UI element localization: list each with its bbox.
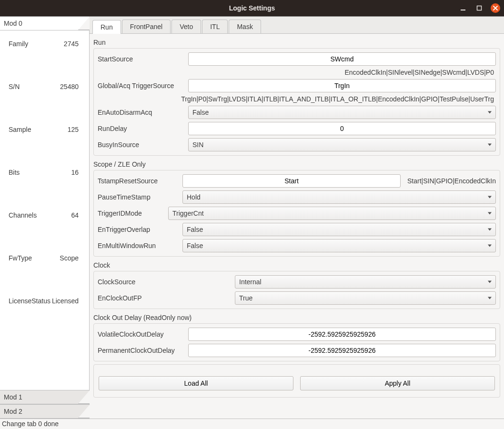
chevron-down-icon — [488, 229, 492, 231]
select-trigger-id-mode[interactable]: TriggerCnt — [168, 207, 496, 220]
row-tstamp-reset: TstampResetSource Start|SIN|GPIO|Encoded… — [98, 174, 496, 188]
tab-itl[interactable]: ITL — [202, 20, 228, 33]
maximize-icon — [476, 5, 482, 11]
tab-veto[interactable]: Veto — [171, 20, 201, 33]
apply-all-button[interactable]: Apply All — [300, 376, 495, 390]
select-value: True — [239, 294, 252, 302]
chevron-down-icon — [488, 111, 492, 114]
chevron-down-icon — [488, 196, 492, 199]
minimize-button[interactable] — [458, 3, 468, 13]
info-row-sample: Sample 125 — [2, 126, 87, 133]
info-label: Bits — [9, 169, 20, 176]
select-en-auto-disarm[interactable]: False — [188, 106, 496, 119]
input-permanent-clock-out[interactable] — [188, 344, 496, 357]
select-busy-in-source[interactable]: SIN — [188, 138, 496, 151]
group-run: StartSource EncodedClkIn|SINlevel|SINedg… — [93, 48, 500, 156]
row-busy-in-source: BusyInSource SIN — [98, 138, 496, 151]
label-start-source: StartSource — [98, 55, 184, 63]
module-info: Family 2745 S/N 25480 Sample 125 Bits 16… — [0, 30, 89, 390]
module-tab-mod1[interactable]: Mod 1 — [0, 390, 89, 404]
row-pause-timestamp: PauseTimeStamp Hold — [98, 190, 496, 204]
row-clock-source: ClockSource Internal — [98, 275, 496, 289]
info-row-channels: Channels 64 — [2, 211, 87, 219]
hint-global-trigger: TrgIn|P0|SwTrg|LVDS|ITLA|ITLB|ITLA_AND_I… — [98, 95, 496, 103]
row-en-trigger-overlap: EnTriggerOverlap False — [98, 223, 496, 236]
label-tstamp-reset: TstampResetSource — [98, 177, 179, 185]
chevron-down-icon — [488, 281, 492, 283]
info-label: FwType — [9, 254, 32, 262]
info-value: 16 — [71, 169, 79, 176]
input-global-trigger[interactable] — [188, 79, 496, 92]
section-title-scope: Scope / ZLE Only — [93, 159, 500, 170]
svg-rect-1 — [477, 6, 482, 10]
row-en-multi-window: EnMultiWindowRun False — [98, 239, 496, 252]
select-en-multi-window[interactable]: False — [182, 239, 496, 252]
module-tab-mod2[interactable]: Mod 2 — [0, 404, 89, 419]
row-volatile-clock-out: VolatileClockOutDelay — [98, 328, 496, 341]
info-row-family: Family 2745 — [2, 40, 87, 48]
info-row-license: LicenseStatus Licensed — [2, 297, 87, 305]
info-label: LicenseStatus — [9, 297, 50, 305]
chevron-down-icon — [488, 212, 492, 215]
group-scope: TstampResetSource Start|SIN|GPIO|Encoded… — [93, 170, 500, 257]
label-en-clock-out-fp: EnClockOutFP — [98, 294, 231, 302]
maximize-button[interactable] — [474, 3, 484, 13]
row-global-trigger: Global/Acq TriggerSource — [98, 79, 496, 92]
load-all-button[interactable]: Load All — [99, 376, 293, 390]
chevron-down-icon — [488, 245, 492, 247]
section-title-run: Run — [93, 37, 500, 48]
close-button[interactable] — [491, 3, 500, 13]
settings-panel: Run FrontPanel Veto ITL Mask Run StartSo… — [90, 17, 504, 419]
select-pause-timestamp[interactable]: Hold — [182, 190, 496, 204]
module-tab-label: Mod 2 — [4, 408, 22, 415]
label-en-auto-disarm: EnAutoDisarmAcq — [98, 109, 184, 116]
close-icon — [493, 5, 498, 11]
tab-run[interactable]: Run — [92, 20, 121, 34]
label-busy-in-source: BusyInSource — [98, 141, 184, 149]
row-en-clock-out-fp: EnClockOutFP True — [98, 291, 496, 305]
svg-rect-0 — [461, 10, 465, 10]
select-value: False — [187, 226, 203, 233]
settings-content: Run StartSource EncodedClkIn|SINlevel|SI… — [90, 34, 504, 419]
label-trigger-id-mode: TriggerIDMode — [98, 210, 164, 217]
select-en-clock-out-fp[interactable]: True — [235, 291, 496, 305]
info-value: Scope — [60, 254, 79, 262]
input-start-source[interactable] — [188, 52, 496, 66]
info-row-bits: Bits 16 — [2, 169, 87, 176]
label-global-trigger: Global/Acq TriggerSource — [98, 82, 184, 90]
info-row-sn: S/N 25480 — [2, 83, 87, 90]
input-tstamp-reset[interactable] — [182, 174, 401, 188]
info-value: 2745 — [64, 40, 79, 48]
info-value: Licensed — [52, 297, 79, 305]
label-permanent-clock-out: PermanentClockOutDelay — [98, 347, 184, 354]
label-en-multi-window: EnMultiWindowRun — [98, 242, 179, 249]
info-label: Channels — [9, 211, 37, 219]
label-volatile-clock-out: VolatileClockOutDelay — [98, 330, 184, 338]
module-tab-mod0[interactable]: Mod 0 — [0, 17, 89, 30]
tab-mask[interactable]: Mask — [229, 20, 261, 33]
status-bar: Change tab 0 done — [0, 419, 504, 429]
select-value: False — [192, 109, 209, 116]
info-label: S/N — [9, 83, 20, 90]
input-volatile-clock-out[interactable] — [188, 328, 496, 341]
row-trigger-id-mode: TriggerIDMode TriggerCnt — [98, 207, 496, 220]
row-en-auto-disarm: EnAutoDisarmAcq False — [98, 106, 496, 119]
select-clock-source[interactable]: Internal — [235, 275, 496, 289]
input-run-delay[interactable] — [188, 122, 496, 135]
window-title: Logic Settings — [0, 4, 504, 12]
group-clock: ClockSource Internal EnClockOutFP True — [93, 271, 500, 309]
workspace: Mod 0 Family 2745 S/N 25480 Sample 125 B… — [0, 17, 504, 419]
select-value: Hold — [187, 193, 201, 201]
tab-frontpanel[interactable]: FrontPanel — [122, 20, 171, 33]
status-text: Change tab 0 done — [2, 420, 59, 428]
label-pause-timestamp: PauseTimeStamp — [98, 193, 179, 201]
module-tab-label: Mod 1 — [4, 393, 22, 401]
section-title-clock-out: Clock Out Delay (ReadOnly now) — [93, 312, 500, 323]
select-value: SIN — [192, 141, 203, 149]
select-en-trigger-overlap[interactable]: False — [182, 223, 496, 236]
info-value: 64 — [71, 211, 79, 219]
window-controls — [458, 3, 500, 13]
hint-tstamp-reset: Start|SIN|GPIO|EncodedClkIn — [404, 177, 496, 185]
hint-start-source: EncodedClkIn|SINlevel|SINedge|SWcmd|LVDS… — [98, 69, 496, 76]
info-value: 25480 — [60, 83, 79, 90]
